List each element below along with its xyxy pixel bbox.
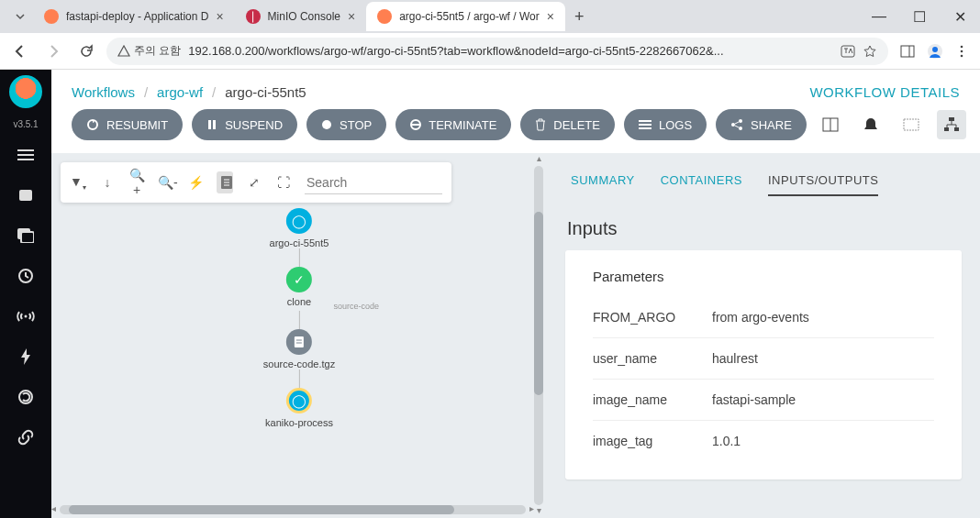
sidebar-templates-icon[interactable] (11, 181, 40, 210)
share-button[interactable]: SHARE (716, 109, 807, 140)
minimize-button[interactable]: — (859, 2, 899, 31)
graph-canvas[interactable]: ◯ argo-ci-55nt5 ✓ clone source-code (51, 153, 547, 518)
param-value: haulrest (712, 351, 934, 366)
inputs-heading: Inputs (567, 218, 960, 239)
suspend-button[interactable]: SUSPEND (192, 109, 297, 140)
translate-icon[interactable] (841, 44, 855, 59)
warning-icon (117, 45, 130, 58)
argo-logo[interactable] (9, 75, 42, 108)
sidebar-reports-icon[interactable] (11, 382, 40, 412)
svg-point-15 (25, 315, 28, 318)
sidebar-workflows-icon[interactable] (11, 140, 40, 170)
node-label: clone (287, 296, 311, 307)
tab-containers[interactable]: CONTAINERS (661, 173, 742, 196)
browser-chrome: fastapi-deploy - Application D × ⎮ MinIO… (0, 0, 980, 70)
refresh-icon (86, 118, 99, 131)
timeline-view-icon[interactable] (896, 110, 926, 139)
argo-favicon (377, 9, 392, 24)
url-bar[interactable]: 주의 요함 192.168.0.200/workflows/argo-wf/ar… (106, 38, 888, 65)
tab-title: fastapi-deploy - Application D (66, 10, 208, 23)
back-button[interactable] (7, 39, 33, 64)
fit-icon[interactable]: ⤢ (246, 175, 262, 190)
svg-rect-33 (944, 127, 949, 131)
tabs-dropdown[interactable] (7, 11, 33, 22)
menu-icon[interactable] (954, 44, 969, 59)
tab-inputs-outputs[interactable]: INPUTS/OUTPUTS (768, 173, 878, 196)
close-icon[interactable]: × (348, 9, 355, 24)
browser-tabs: fastapi-deploy - Application D × ⎮ MinIO… (0, 0, 980, 33)
param-row: image_name fastapi-sample (593, 380, 934, 421)
node-clone[interactable]: ✓ clone (286, 267, 312, 307)
tab-summary[interactable]: SUMMARY (571, 173, 635, 196)
graph-search-input[interactable] (305, 171, 442, 194)
window-buttons: — ☐ ✕ (859, 2, 980, 31)
tab-title: MinIO Console (268, 10, 340, 23)
scroll-left-icon[interactable]: ◂ (51, 503, 56, 516)
version-label: v3.5.1 (13, 119, 38, 129)
zoom-in-icon[interactable]: 🔍+ (128, 168, 145, 197)
vertical-scrollbar[interactable]: ▴ ▾ (532, 153, 545, 518)
sidebar-sensors-icon[interactable] (11, 302, 40, 331)
document-icon[interactable] (217, 171, 233, 193)
reload-button[interactable] (73, 39, 99, 64)
chevron-down-icon (15, 11, 26, 22)
scroll-thumb[interactable] (69, 505, 454, 514)
param-key: image_tag (593, 434, 712, 448)
node-artifact[interactable]: source-code.tgz (263, 329, 335, 369)
logs-icon (639, 119, 651, 130)
workflow-details-link[interactable]: WORKFLOW DETAILS (809, 84, 960, 100)
scroll-thumb[interactable] (534, 212, 543, 395)
sidepanel-icon[interactable] (899, 43, 916, 60)
scroll-right-icon[interactable]: ▸ (529, 503, 534, 516)
address-bar-row: 주의 요함 192.168.0.200/workflows/argo-wf/ar… (0, 33, 980, 70)
delete-button[interactable]: DELETE (520, 109, 615, 140)
star-icon[interactable] (863, 44, 877, 59)
svg-rect-0 (841, 46, 854, 57)
browser-tab-argo-active[interactable]: argo-ci-55nt5 / argo-wf / Wor × (366, 2, 565, 31)
logs-button[interactable]: LOGS (624, 109, 707, 140)
node-kaniko[interactable]: ◯ kaniko-process (265, 388, 333, 428)
terminate-button[interactable]: TERMINATE (395, 109, 511, 140)
filter-icon[interactable]: ▼▾ (70, 174, 86, 192)
crumb-workflows[interactable]: Workflows (72, 84, 135, 100)
speed-icon[interactable]: ⚡ (187, 175, 204, 190)
notifications-icon[interactable] (856, 110, 885, 139)
sidebar-cron-icon[interactable] (11, 261, 40, 291)
crumb-namespace[interactable]: argo-wf (157, 84, 203, 100)
chrome-toolbar-icons (896, 43, 973, 60)
svg-point-7 (961, 54, 963, 57)
view-icons (816, 110, 966, 139)
scroll-down-icon[interactable]: ▾ (537, 505, 541, 518)
parameters-card: Parameters FROM_ARGO from argo-events us… (565, 250, 962, 479)
browser-tab-fastapi[interactable]: fastapi-deploy - Application D × (33, 2, 235, 31)
node-label: argo-ci-55nt5 (270, 237, 329, 248)
stop-button[interactable]: STOP (306, 109, 386, 140)
horizontal-scrollbar[interactable]: ◂ ▸ (51, 503, 534, 516)
close-icon[interactable]: × (547, 9, 554, 24)
columns-view-icon[interactable] (816, 110, 845, 139)
minio-favicon: ⎮ (246, 9, 261, 24)
maximize-button[interactable]: ☐ (899, 2, 940, 31)
node-status-success-icon: ✓ (286, 267, 312, 292)
profile-icon[interactable] (927, 43, 943, 60)
zoom-out-icon[interactable]: 🔍- (158, 175, 174, 190)
resubmit-button[interactable]: RESUBMIT (72, 109, 183, 140)
param-row: FROM_ARGO from argo-events (593, 297, 934, 338)
arrow-right-icon (45, 43, 61, 60)
forward-button[interactable] (40, 39, 66, 64)
close-icon[interactable]: × (216, 9, 223, 24)
scroll-up-icon[interactable]: ▴ (537, 153, 541, 166)
fullscreen-icon[interactable]: ⛶ (275, 175, 292, 190)
node-root[interactable]: ◯ argo-ci-55nt5 (270, 208, 329, 248)
svg-point-4 (932, 47, 938, 52)
sidebar-events-icon[interactable] (11, 342, 40, 371)
browser-tab-minio[interactable]: ⎮ MinIO Console × (235, 2, 367, 31)
graph-view-icon[interactable] (937, 110, 966, 139)
svg-point-28 (739, 127, 742, 130)
sidebar-link-icon[interactable] (11, 423, 40, 452)
close-window-button[interactable]: ✕ (940, 2, 980, 31)
collapse-icon[interactable]: ↓ (99, 175, 116, 190)
node-details-panel: SUMMARY CONTAINERS INPUTS/OUTPUTS Inputs… (547, 153, 980, 518)
sidebar-templates2-icon[interactable] (11, 221, 40, 250)
new-tab-button[interactable]: + (565, 7, 594, 27)
